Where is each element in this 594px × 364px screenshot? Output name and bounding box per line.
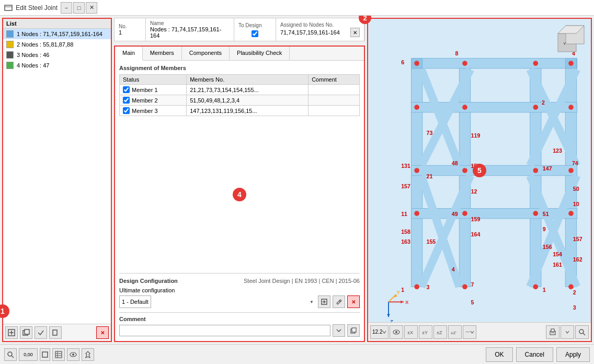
vp-eye-btn[interactable] [390, 325, 403, 339]
viz-container: 8 6 4 2 119 159 123 131 73 157 147 74 48… [368, 19, 591, 322]
vp-print-btn[interactable] [546, 325, 559, 339]
list-item-color [6, 41, 14, 48]
member2-checkbox[interactable] [123, 97, 130, 104]
config-delete-btn[interactable]: ✕ [347, 295, 360, 308]
vp-search-btn[interactable] [575, 325, 589, 339]
name-header: Name [150, 20, 230, 26]
config-select[interactable]: 1 - Default [119, 295, 151, 308]
bt-square-btn[interactable] [40, 348, 50, 361]
member1-status: Member 1 [120, 85, 187, 95]
list-item-label: 2 Nodes : 55,81,87,88 [17, 41, 73, 48]
table-row: Member 1 21,21,73,73,154,154,155... [120, 85, 360, 95]
svg-rect-7 [53, 330, 57, 335]
vp-ix-btn[interactable]: ±X [404, 325, 418, 339]
svg-text:156: 156 [543, 244, 552, 250]
vp-scale-btn[interactable]: 12.2 [370, 325, 389, 339]
comment-section: Comment [119, 312, 360, 337]
comment-expand-btn[interactable] [333, 324, 345, 337]
member3-checkbox[interactable] [123, 107, 130, 114]
bt-eye-btn[interactable] [67, 348, 79, 361]
list-item[interactable]: 1 Nodes : 71,74,157,159,161-164 [3, 29, 111, 39]
svg-text:73: 73 [427, 130, 433, 136]
vp-iy-btn[interactable]: ±Y [419, 325, 432, 339]
svg-text:74: 74 [572, 160, 578, 166]
comment-copy-btn[interactable] [347, 324, 360, 337]
list-item[interactable]: 4 Nodes : 47 [3, 60, 111, 71]
svg-text:119: 119 [471, 132, 481, 139]
close-button[interactable]: ✕ [86, 2, 97, 14]
list-item[interactable]: 3 Nodes : 46 [3, 50, 111, 60]
bt-pin-btn[interactable] [82, 348, 94, 361]
member2-name: Member 2 [132, 97, 158, 104]
design-config-value: Steel Joint Design | EN 1993 | CEN | 201… [244, 278, 360, 284]
svg-point-43 [533, 168, 538, 173]
name-column: Name Nodes : 71,74,157,159,161-164 [146, 18, 234, 41]
maximize-button[interactable]: □ [73, 2, 85, 14]
svg-text:159: 159 [471, 216, 481, 222]
right-panel: 8 6 4 2 119 159 123 131 73 157 147 74 48… [367, 18, 592, 342]
assignment-title: Assignment of Members [119, 65, 360, 71]
comment-input[interactable] [119, 325, 330, 336]
config-select-row: 1 - Default ✕ [119, 295, 360, 308]
list-item-color [6, 30, 14, 38]
svg-point-47 [533, 211, 538, 216]
list-item[interactable]: 2 Nodes : 55,81,87,88 [3, 39, 111, 50]
svg-point-37 [414, 105, 419, 110]
member3-no: 147,123,131,119,156,15... [187, 106, 309, 116]
duplicate-button[interactable] [20, 326, 32, 339]
member2-no: 51,50,49,48,1,2,3,4 [187, 95, 309, 106]
svg-text:155: 155 [427, 238, 436, 245]
config-edit-btn[interactable] [333, 295, 345, 308]
no-column: No. 1 [115, 18, 146, 41]
vp-iz2-btn[interactable]: ±Z' [448, 325, 462, 339]
svg-point-46 [462, 211, 467, 216]
svg-line-117 [12, 356, 14, 358]
tabs: Main Members Components Plausibility Che… [115, 47, 364, 61]
minimize-button[interactable]: − [61, 2, 72, 14]
svg-text:158: 158 [401, 229, 410, 235]
apply-button[interactable]: Apply [556, 347, 590, 362]
tab-main[interactable]: Main [115, 47, 143, 61]
vp-print-dropdown[interactable] [561, 325, 574, 339]
table-row: Member 2 51,50,49,48,1,2,3,4 [120, 95, 360, 106]
empty-area: 4 [119, 116, 360, 273]
cancel-button[interactable]: Cancel [516, 347, 553, 362]
vp-more-btn[interactable]: ··· [463, 325, 476, 339]
todesign-checkbox[interactable] [238, 30, 271, 37]
svg-point-45 [414, 211, 419, 216]
bt-search-btn[interactable] [4, 348, 17, 361]
svg-text:Y: Y [396, 289, 400, 295]
svg-text:±X: ±X [407, 330, 413, 335]
svg-text:131: 131 [401, 163, 410, 169]
svg-point-52 [568, 285, 574, 290]
svg-text:1: 1 [401, 287, 404, 293]
svg-text:1: 1 [543, 287, 546, 293]
list-items: 1 Nodes : 71,74,157,159,161-164 2 Nodes … [3, 29, 111, 324]
bt-table-btn[interactable] [52, 348, 65, 361]
ok-button[interactable]: OK [486, 347, 512, 362]
main-container: List 1 Nodes : 71,74,157,159,161-164 2 N… [0, 16, 594, 364]
vp-iz-btn[interactable]: ±Z [433, 325, 447, 339]
svg-text:7: 7 [471, 281, 474, 288]
delete-button[interactable]: ✕ [96, 326, 109, 339]
name-value: Nodes : 71,74,157,159,161-164 [150, 26, 230, 39]
new-button[interactable] [5, 326, 18, 339]
assigned-clear-button[interactable]: ✕ [350, 28, 360, 37]
config-select-wrapper: 1 - Default [119, 295, 316, 308]
bt-grid-btn[interactable]: 0,00 [19, 348, 38, 361]
tab-plausibility[interactable]: Plausibility Check [230, 47, 290, 60]
tab-members[interactable]: Members [143, 47, 182, 60]
member1-checkbox[interactable] [123, 86, 130, 93]
svg-text:123: 123 [553, 147, 562, 154]
col-membersno: Members No. [187, 75, 309, 85]
copy-button[interactable] [49, 326, 62, 339]
svg-point-34 [462, 61, 467, 66]
badge-5: 5 [473, 164, 486, 177]
config-new-btn[interactable] [318, 295, 330, 308]
check-button[interactable] [35, 326, 47, 339]
svg-point-116 [8, 352, 12, 356]
svg-text:4: 4 [452, 266, 455, 272]
assigned-value: 71,74,157,159,161-164 [280, 29, 348, 36]
tab-components[interactable]: Components [182, 47, 230, 60]
svg-point-33 [414, 61, 419, 66]
